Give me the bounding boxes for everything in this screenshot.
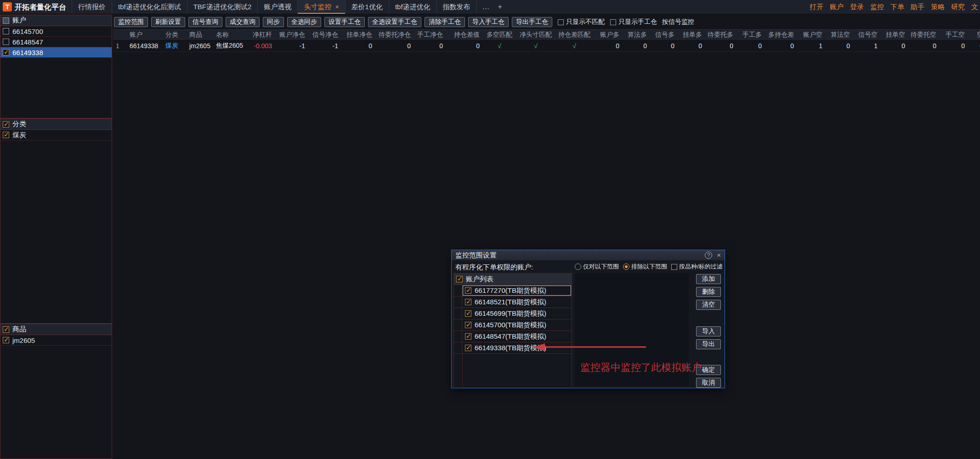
radio-exclude-range[interactable]: 排除以下范围 <box>623 263 667 271</box>
top-link-strategy[interactable]: 策略 <box>931 3 945 11</box>
column-header-10[interactable]: 手工净仓 <box>414 30 446 39</box>
section-checkbox-icon[interactable] <box>3 17 9 24</box>
item-checkbox-icon[interactable] <box>3 49 9 56</box>
toolbar-button-signal-query[interactable]: 信号查询 <box>188 17 222 27</box>
column-header-5[interactable]: 净杠杆 <box>245 30 275 39</box>
dialog-help-icon[interactable]: ? <box>705 252 712 259</box>
column-header-18[interactable]: 挂单多 <box>677 30 705 39</box>
dialog-account-66148521[interactable]: 66148521(TB期货模拟) <box>454 297 572 308</box>
account-checkbox-icon[interactable] <box>465 287 471 294</box>
top-link-doc[interactable]: 文 <box>971 3 978 11</box>
column-header-3[interactable]: 商品 <box>187 30 213 39</box>
column-header-23[interactable]: 算法空 <box>825 30 853 39</box>
sidebar-item-66145700[interactable]: 66145700 <box>0 26 112 37</box>
sidebar-item-66148547[interactable]: 66148547 <box>0 37 112 47</box>
tab-overflow-icon[interactable]: … <box>482 3 490 11</box>
toolbar-button-set-all-manual-position[interactable]: 全选设置手工仓 <box>368 17 421 27</box>
tab-item-4[interactable]: 头寸监控× <box>297 0 345 14</box>
top-link-login[interactable]: 登录 <box>850 3 864 11</box>
column-header-24[interactable]: 信号空 <box>853 30 880 39</box>
sidebar-item-66149338[interactable]: 66149338 <box>0 47 112 58</box>
column-header-0[interactable] <box>113 30 127 39</box>
toolbar-button-clear-manual-position[interactable]: 清除手工仓 <box>425 17 465 27</box>
tab-item-3[interactable]: 账户透视 <box>257 0 297 14</box>
tab-item-7[interactable]: 指数发布 <box>436 0 477 14</box>
column-header-13[interactable]: 净头寸匹配 <box>516 30 555 39</box>
dialog-account-66177270[interactable]: 66177270(TB期货模拟) <box>454 285 572 297</box>
dialog-close-icon[interactable]: × <box>717 252 721 259</box>
toolbar-button-sync-all[interactable]: 全选同步 <box>287 17 321 27</box>
column-header-6[interactable]: 账户净仓 <box>275 30 308 39</box>
account-checkbox-icon[interactable] <box>465 333 471 340</box>
tab-add-icon[interactable]: + <box>498 3 502 11</box>
item-checkbox-icon[interactable] <box>3 39 9 45</box>
column-header-11[interactable]: 持仓差值 <box>446 30 482 39</box>
top-link-assistant[interactable]: 助手 <box>911 3 924 11</box>
dialog-button-export[interactable]: 导出 <box>696 339 721 349</box>
toolbar-button-import-manual-position[interactable]: 导入手工仓 <box>468 17 509 27</box>
dialog-account-66145700[interactable]: 66145700(TB期货模拟) <box>454 319 572 331</box>
column-header-12[interactable]: 多空匹配 <box>482 30 516 39</box>
tab-item-6[interactable]: tbf递进优化 <box>389 0 436 14</box>
dialog-button-delete[interactable]: 删除 <box>696 287 721 297</box>
sidebar-section-header-accounts[interactable]: 账户 <box>0 15 112 26</box>
toolbar-checkbox-show-unmatched-only[interactable]: 只显示不匹配 <box>558 18 605 26</box>
column-header-4[interactable]: 名称 <box>213 30 245 39</box>
column-header-1[interactable]: 账户 <box>127 30 163 39</box>
top-link-account[interactable]: 账户 <box>830 3 844 11</box>
section-checkbox-icon[interactable] <box>3 326 9 333</box>
column-header-16[interactable]: 算法多 <box>622 30 650 39</box>
dialog-button-cancel[interactable]: 取消 <box>696 378 721 388</box>
column-header-27[interactable]: 手工空 <box>939 30 968 39</box>
toolbar-button-sync[interactable]: 同步 <box>263 17 284 27</box>
table-row[interactable]: 166149338煤炭jm2605焦煤2605-0.003-1-10000√√√… <box>113 40 980 52</box>
item-checkbox-icon[interactable] <box>3 132 9 138</box>
column-header-28[interactable]: 空 <box>968 30 980 39</box>
sidebar-section-header-category[interactable]: 分类 <box>0 119 112 130</box>
column-header-25[interactable]: 挂单空 <box>880 30 908 39</box>
radio-only-range[interactable]: 仅对以下范围 <box>575 263 619 271</box>
top-link-order[interactable]: 下单 <box>890 3 904 11</box>
dialog-button-add[interactable]: 添加 <box>696 274 721 284</box>
dialog-button-clear[interactable]: 清空 <box>696 300 721 310</box>
dialog-title-bar[interactable]: 监控范围设置 ? × <box>452 250 725 260</box>
item-checkbox-icon[interactable] <box>3 28 9 34</box>
tab-item-1[interactable]: tbf递进优化化后测试 <box>112 0 187 14</box>
column-header-17[interactable]: 信号多 <box>650 30 677 39</box>
column-header-9[interactable]: 待委托净仓 <box>375 30 414 39</box>
dialog-account-66145699[interactable]: 66145699(TB期货模拟) <box>454 308 572 319</box>
tab-item-5[interactable]: 差价1优化 <box>345 0 389 14</box>
column-header-22[interactable]: 账户空 <box>797 30 825 39</box>
column-header-15[interactable]: 账户多 <box>594 30 622 39</box>
tab-item-2[interactable]: TBF递进优化测试2 <box>187 0 258 14</box>
toolbar-button-set-manual-position[interactable]: 设置手工仓 <box>324 17 365 27</box>
sidebar-section-header-commodity[interactable]: 商品 <box>0 324 112 335</box>
toolbar-button-trade-query[interactable]: 成交查询 <box>226 17 260 27</box>
account-checkbox-icon[interactable] <box>465 310 471 317</box>
account-checkbox-icon[interactable] <box>465 322 471 328</box>
column-header-7[interactable]: 信号净仓 <box>308 30 341 39</box>
column-header-8[interactable]: 挂单净仓 <box>341 30 375 39</box>
column-header-14[interactable]: 持仓差匹配 <box>555 30 594 39</box>
top-link-research[interactable]: 研究 <box>951 3 965 11</box>
toolbar-checkbox-show-manual-only[interactable]: 只显示手工仓 <box>610 18 657 26</box>
account-list-header[interactable]: 账户列表 <box>454 274 572 285</box>
top-link-open[interactable]: 打开 <box>810 3 823 11</box>
account-checkbox-icon[interactable] <box>465 345 471 351</box>
toolbar-button-monitor-range[interactable]: 监控范围 <box>114 17 148 27</box>
dialog-button-import[interactable]: 导入 <box>696 326 721 336</box>
column-header-19[interactable]: 待委托多 <box>705 30 736 39</box>
column-header-2[interactable]: 分类 <box>163 30 187 39</box>
account-checkbox-icon[interactable] <box>465 299 471 305</box>
column-header-21[interactable]: 多持仓差 <box>765 30 797 39</box>
tab-close-icon[interactable]: × <box>335 3 339 11</box>
tab-item-0[interactable]: 行情报价 <box>72 0 112 14</box>
top-link-monitor[interactable]: 监控 <box>870 3 884 11</box>
section-checkbox-icon[interactable] <box>3 121 9 128</box>
sidebar-item-category-0[interactable]: 煤炭 <box>0 130 112 140</box>
toolbar-button-export-manual-position[interactable]: 导出手工仓 <box>512 17 552 27</box>
sidebar-item-jm2605[interactable]: jm2605 <box>0 335 112 346</box>
item-checkbox-icon[interactable] <box>3 337 9 343</box>
list-header-checkbox-icon[interactable] <box>456 276 463 282</box>
column-header-26[interactable]: 待委托空 <box>908 30 939 39</box>
